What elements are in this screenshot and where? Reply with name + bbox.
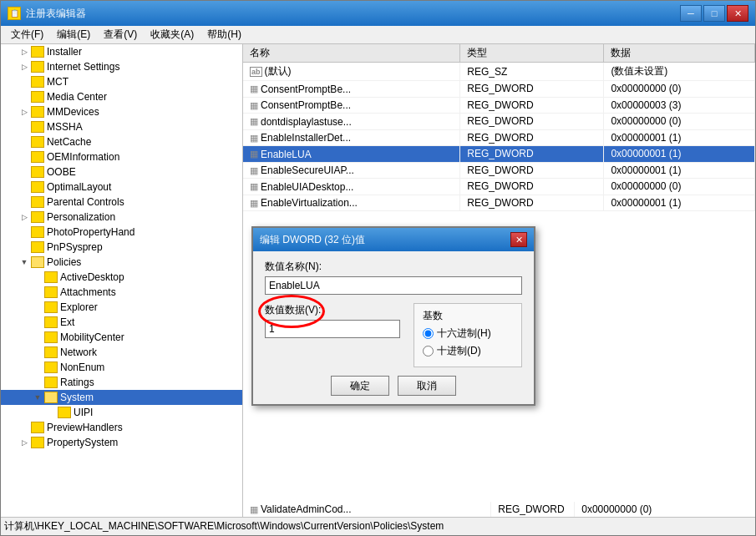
- registry-table: 名称 类型 数据 (默认) REG_SZ (数值未设置) ConsentProm…: [243, 44, 755, 211]
- dialog-close-button[interactable]: ✕: [510, 232, 527, 247]
- tree-item-netcache[interactable]: NetCache: [1, 134, 242, 149]
- folder-icon: [44, 271, 58, 283]
- col-name: 名称: [243, 44, 460, 63]
- ok-button[interactable]: 确定: [331, 376, 389, 396]
- tree-label: OOBE: [47, 166, 76, 178]
- cancel-button[interactable]: 取消: [398, 376, 456, 396]
- tree-label: MMDevices: [47, 106, 99, 118]
- dec-radio-item[interactable]: 十进制(D): [423, 344, 513, 358]
- tree-item-mobilitycenter[interactable]: MobilityCenter: [1, 330, 242, 345]
- table-row[interactable]: (默认) REG_SZ (数值未设置): [243, 63, 755, 81]
- expand-icon: ▷: [18, 45, 31, 58]
- tree-item-parental-controls[interactable]: Parental Controls: [1, 195, 242, 210]
- table-row[interactable]: ConsentPromptBe... REG_DWORD 0x00000003 …: [243, 97, 755, 114]
- table-row[interactable]: ValidateAdminCod... REG_DWORD 0x00000000…: [243, 502, 755, 518]
- tree-label: ActiveDesktop: [60, 271, 124, 283]
- folder-icon: [31, 166, 44, 178]
- data-input[interactable]: [265, 320, 400, 338]
- expand-icon: [18, 195, 31, 209]
- expand-icon: [18, 180, 31, 194]
- menu-file[interactable]: 文件(F): [4, 26, 50, 43]
- reg-type: REG_SZ: [460, 63, 604, 81]
- maximize-button[interactable]: □: [703, 5, 725, 22]
- tree-item-mmdevices[interactable]: ▷ MMDevices: [1, 104, 242, 119]
- folder-icon: [44, 346, 58, 358]
- name-input[interactable]: [265, 276, 522, 295]
- folder-icon: [31, 211, 44, 223]
- tree-label: Parental Controls: [47, 196, 124, 208]
- tree-item-internet-settings[interactable]: ▷ Internet Settings: [1, 59, 242, 74]
- tree-item-system[interactable]: ▼ System: [1, 390, 242, 405]
- table-row[interactable]: EnableVirtualization... REG_DWORD 0x0000…: [243, 195, 755, 211]
- table-row[interactable]: EnableUIADesktop... REG_DWORD 0x00000000…: [243, 179, 755, 195]
- dec-radio[interactable]: [423, 346, 434, 356]
- minimize-button[interactable]: ─: [680, 5, 702, 22]
- menu-help[interactable]: 帮助(H): [200, 26, 248, 43]
- reg-data: 0x00000003 (3): [604, 97, 755, 114]
- tree-item-propertysystem[interactable]: ▷ PropertySystem: [1, 435, 242, 450]
- tree-item-ratings[interactable]: Ratings: [1, 375, 242, 390]
- table-row[interactable]: EnableLUA REG_DWORD 0x00000001 (1): [243, 146, 755, 163]
- tree-item-attachments[interactable]: Attachments: [1, 285, 242, 300]
- tree-item-optimallayout[interactable]: OptimalLayout: [1, 180, 242, 195]
- tree-label: Attachments: [60, 286, 116, 298]
- table-row[interactable]: EnableSecureUIAP... REG_DWORD 0x00000001…: [243, 162, 755, 179]
- reg-name: (默认): [243, 63, 460, 81]
- folder-icon: [44, 301, 58, 313]
- menu-edit[interactable]: 编辑(E): [50, 26, 97, 43]
- tree-item-activedesktop[interactable]: ActiveDesktop: [1, 270, 242, 285]
- reg-data: 0x00000000 (0): [604, 114, 755, 130]
- folder-icon: [31, 422, 44, 433]
- reg-name: EnableUIADesktop...: [243, 179, 460, 195]
- tree-item-oeminformation[interactable]: OEMInformation: [1, 149, 242, 164]
- tree-item-media-center[interactable]: Media Center: [1, 89, 242, 104]
- expand-icon: [18, 150, 31, 164]
- tree-item-mct[interactable]: MCT: [1, 74, 242, 89]
- bottom-registry-row[interactable]: ValidateAdminCod... REG_DWORD 0x00000000…: [243, 502, 755, 517]
- table-row[interactable]: EnableInstallerDet... REG_DWORD 0x000000…: [243, 129, 755, 146]
- dialog-title-bar: 编辑 DWORD (32 位)值 ✕: [253, 228, 534, 251]
- dec-label: 十进制(D): [437, 344, 481, 358]
- tree-label: OEMInformation: [47, 151, 119, 163]
- tree-label: Media Center: [47, 91, 107, 103]
- tree-label: PreviewHandlers: [47, 422, 123, 433]
- tree-item-oobe[interactable]: OOBE: [1, 164, 242, 180]
- reg-name: ValidateAdminCod...: [243, 502, 491, 518]
- tree-item-uipi[interactable]: UIPI: [1, 405, 242, 420]
- expand-icon: [31, 376, 44, 389]
- reg-type: REG_DWORD: [460, 179, 604, 195]
- base-radio-group: 基数 十六进制(H) 十进制(D): [414, 303, 522, 367]
- menu-view[interactable]: 查看(V): [97, 26, 144, 43]
- tree-item-previewhandlers[interactable]: PreviewHandlers: [1, 420, 242, 435]
- reg-data: (数值未设置): [604, 63, 755, 81]
- tree-item-personalization[interactable]: ▷ Personalization: [1, 210, 242, 225]
- tree-label: NonEnum: [60, 362, 104, 373]
- dialog-body: 数值名称(N): 数值数据(V): 基数 十六进制(H): [253, 251, 534, 404]
- expand-icon: [31, 316, 44, 329]
- tree-label: PnPSysprep: [47, 241, 103, 253]
- tree-label: Network: [60, 346, 97, 358]
- reg-data: 0x00000001 (1): [604, 195, 755, 211]
- tree-item-explorer[interactable]: Explorer: [1, 300, 242, 315]
- tree-item-pnpsysprep[interactable]: PnPSysprep: [1, 240, 242, 255]
- menu-favorites[interactable]: 收藏夹(A): [144, 26, 200, 43]
- tree-item-policies[interactable]: ▼ Policies: [1, 255, 242, 270]
- menu-bar: 文件(F) 编辑(E) 查看(V) 收藏夹(A) 帮助(H): [1, 26, 755, 44]
- folder-icon: [31, 181, 44, 193]
- tree-item-network[interactable]: Network: [1, 345, 242, 360]
- reg-name: EnableSecureUIAP...: [243, 162, 460, 179]
- tree-item-ext[interactable]: Ext: [1, 315, 242, 330]
- expand-icon: [31, 301, 44, 314]
- tree-item-mssha[interactable]: MSSHA: [1, 119, 242, 134]
- reg-name: EnableInstallerDet...: [243, 129, 460, 146]
- hex-radio[interactable]: [423, 328, 434, 339]
- table-row[interactable]: ConsentPromptBe... REG_DWORD 0x00000000 …: [243, 81, 755, 98]
- tree-item-nonenum[interactable]: NonEnum: [1, 360, 242, 375]
- close-button[interactable]: ✕: [727, 5, 748, 22]
- folder-icon: [31, 226, 44, 238]
- tree-item-installer[interactable]: ▷ Installer: [1, 44, 242, 59]
- hex-radio-item[interactable]: 十六进制(H): [423, 326, 513, 341]
- tree-item-photopropertyhand[interactable]: PhotoPropertyHand: [1, 225, 242, 240]
- reg-data: 0x00000001 (1): [604, 129, 755, 146]
- table-row[interactable]: dontdisplaylastuse... REG_DWORD 0x000000…: [243, 114, 755, 130]
